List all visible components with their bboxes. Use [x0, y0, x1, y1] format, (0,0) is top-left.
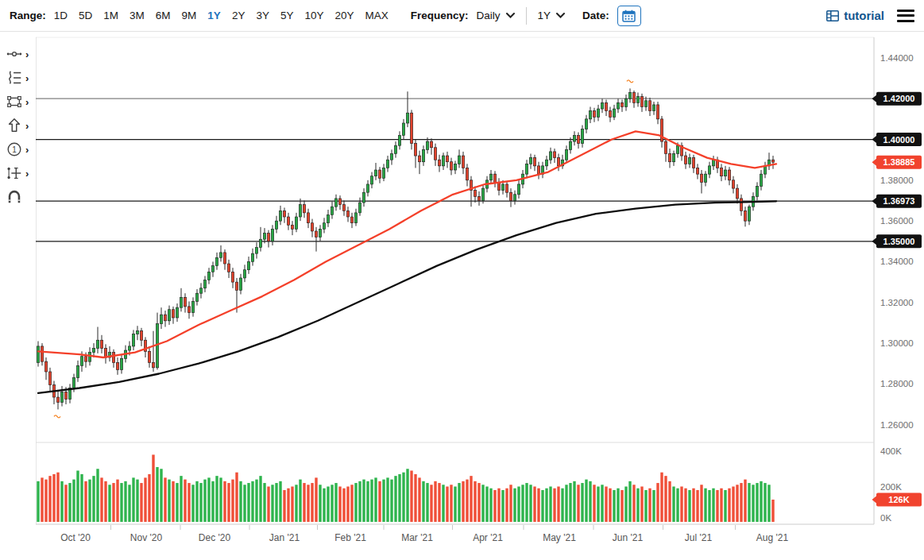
trendline-tool-icon: [6, 45, 23, 63]
svg-text:1.40000: 1.40000: [883, 135, 915, 145]
price-axis-label: 1.32000: [880, 298, 914, 307]
last-volume-badge: 126K: [872, 492, 922, 506]
shapes-tool[interactable]: ›: [0, 90, 36, 114]
range-label: Range:: [10, 10, 46, 21]
frequency-label: Frequency:: [411, 10, 469, 21]
month-label: Nov '20: [130, 532, 163, 543]
frequency-dropdown[interactable]: Daily: [477, 10, 515, 21]
date-label: Date:: [582, 10, 609, 21]
chevron-down-icon: [556, 13, 565, 18]
range-item-1d[interactable]: 1D: [54, 10, 68, 21]
svg-text:1.35000: 1.35000: [883, 237, 915, 246]
price-line-badge: 1.36973: [872, 195, 922, 208]
month-label: Feb '21: [334, 532, 366, 543]
period-dropdown[interactable]: 1Y: [538, 10, 566, 21]
range-item-9m[interactable]: 9M: [182, 10, 197, 21]
drawing-toolbar: ››››1››: [0, 32, 36, 560]
price-line-badge: 1.40000: [872, 133, 922, 146]
price-line-badge: 1.35000: [872, 234, 922, 248]
channel-tool-icon: [6, 164, 23, 182]
svg-text:1.36973: 1.36973: [883, 196, 915, 206]
channel-tool[interactable]: ›: [0, 161, 36, 185]
price-axis-label: 1.30000: [880, 338, 914, 348]
shapes-tool-icon: [6, 93, 23, 110]
month-label: Apr '21: [473, 532, 503, 543]
trendline-tool[interactable]: ›: [0, 42, 36, 66]
range-item-5d[interactable]: 5D: [79, 10, 92, 21]
volume-bars: [37, 454, 774, 522]
brand-grid-icon: [826, 10, 839, 21]
price-line-badge: 1.42000: [872, 92, 922, 106]
arrow-tool-icon: [6, 117, 23, 134]
magnet-tool-icon: [6, 188, 23, 206]
month-label: Jan '21: [269, 532, 300, 543]
chevron-down-icon: [506, 13, 515, 18]
volume-axis-label: 400K: [880, 446, 902, 456]
range-item-2y[interactable]: 2Y: [232, 10, 245, 21]
range-item-5y[interactable]: 5Y: [280, 10, 294, 21]
fibonacci-tool[interactable]: ›: [0, 66, 36, 90]
price-axis-label: 1.34000: [880, 257, 914, 266]
chevron-right-icon[interactable]: ›: [25, 73, 29, 83]
volume-axis-label: 200K: [880, 482, 902, 492]
chevron-right-icon[interactable]: ›: [25, 49, 29, 60]
brand-name: tutorial: [844, 9, 884, 22]
chevron-right-icon[interactable]: ›: [25, 121, 29, 131]
last-price-badge: 1.38885: [872, 156, 922, 169]
month-label: Aug '21: [756, 532, 789, 543]
price-axis-label: 1.38000: [880, 176, 914, 185]
pane-borders: [36, 37, 874, 524]
date-picker-button[interactable]: [617, 6, 641, 26]
period-value: 1Y: [538, 10, 551, 21]
range-item-10y[interactable]: 10Y: [304, 10, 323, 21]
price-axis-label: 1.44000: [880, 53, 914, 63]
month-label: Jun '21: [613, 532, 644, 543]
range-item-3m[interactable]: 3M: [130, 10, 145, 21]
brand-link[interactable]: tutorial: [826, 9, 884, 22]
month-label: Oct '20: [60, 532, 91, 543]
magnet-tool[interactable]: [0, 185, 36, 209]
frequency-value: Daily: [477, 10, 501, 21]
svg-text:1: 1: [12, 145, 17, 154]
month-label: May '21: [543, 532, 576, 543]
number-annotation-tool-icon: 1: [6, 141, 23, 158]
price-axis-label: 1.28000: [880, 379, 914, 388]
month-label: Mar '21: [401, 532, 433, 543]
range-item-6m[interactable]: 6M: [156, 10, 171, 21]
range-item-3y[interactable]: 3Y: [256, 10, 269, 21]
chevron-right-icon[interactable]: ›: [25, 168, 29, 179]
volume-axis-label: 0K: [880, 513, 891, 523]
ma-slow-line: [38, 201, 776, 393]
chart-canvas[interactable]: 1.440001.420001.400001.380001.360001.340…: [0, 0, 924, 560]
price-axis-label: 1.36000: [880, 216, 914, 226]
fibonacci-tool-icon: [6, 69, 23, 87]
svg-text:126K: 126K: [888, 495, 909, 504]
month-label: Jul '21: [685, 532, 713, 543]
toolbar: Range: 1D5D1M3M6M9M1Y2Y3Y5Y10Y20YMAX Fre…: [0, 0, 924, 32]
month-label: Dec '20: [199, 532, 231, 543]
chevron-right-icon[interactable]: ›: [25, 97, 29, 107]
calendar-icon: [622, 10, 636, 22]
price-axis-label: 1.26000: [880, 420, 914, 430]
range-item-max[interactable]: MAX: [365, 10, 388, 21]
toolbar-separator: [526, 7, 527, 25]
arrow-tool[interactable]: ›: [0, 114, 36, 137]
range-item-1m[interactable]: 1M: [103, 10, 118, 21]
x-axis-labels: Oct '20Nov '20Dec '20Jan '21Feb '21Mar '…: [60, 525, 788, 543]
svg-text:1.42000: 1.42000: [883, 94, 915, 103]
svg-text:1.38885: 1.38885: [883, 157, 915, 167]
number-annotation-tool[interactable]: 1›: [0, 137, 36, 161]
extreme-markers: [54, 80, 633, 418]
ma-fast-line: [38, 131, 776, 357]
chevron-right-icon[interactable]: ›: [25, 145, 29, 155]
range-item-1y[interactable]: 1Y: [207, 10, 221, 21]
range-item-20y[interactable]: 20Y: [334, 10, 354, 21]
range-selector: 1D5D1M3M6M9M1Y2Y3Y5Y10Y20YMAX: [54, 10, 389, 21]
volume-axis-labels: 400K200K0K: [880, 446, 902, 523]
menu-icon[interactable]: [897, 10, 914, 22]
